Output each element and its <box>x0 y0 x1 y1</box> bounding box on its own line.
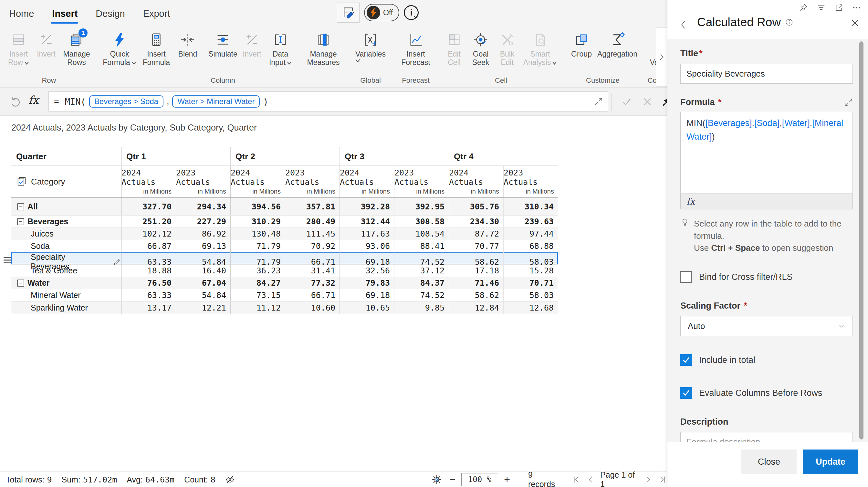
accept-formula-icon[interactable] <box>622 96 632 107</box>
bind-cross-filter-checkbox[interactable]: Bind for Cross filter/RLS <box>680 271 853 283</box>
value-cell[interactable]: 70.71 <box>504 277 558 289</box>
value-cell[interactable]: 58.03 <box>504 252 558 271</box>
value-cell[interactable]: 392.28 <box>340 198 395 215</box>
ai-toggle[interactable]: Off <box>364 4 399 21</box>
tab-design[interactable]: Design <box>95 6 125 21</box>
value-cell[interactable]: 11.12 <box>231 302 285 314</box>
measure-header[interactable]: 2024 Actualsin Millions <box>340 166 395 197</box>
value-cell[interactable]: 310.29 <box>231 216 285 227</box>
update-button[interactable]: Update <box>803 450 858 474</box>
value-cell[interactable]: 12.68 <box>504 302 558 314</box>
value-cell[interactable]: 67.04 <box>176 277 231 289</box>
include-in-total-checkbox[interactable]: Include in total <box>680 354 853 366</box>
value-cell[interactable]: 327.70 <box>121 198 176 215</box>
value-cell[interactable]: 70.77 <box>449 240 504 252</box>
table-row-sparkling-water[interactable]: Sparkling Water13.1712.2111.1210.6010.65… <box>11 302 558 314</box>
checkbox[interactable] <box>680 387 692 399</box>
value-cell[interactable]: 63.33 <box>121 289 176 301</box>
value-cell[interactable]: 58.62 <box>449 252 504 271</box>
formula-reference-chip[interactable]: Water > Mineral Water <box>172 95 260 108</box>
zoom-out-button[interactable]: − <box>450 475 456 485</box>
value-cell[interactable]: 93.06 <box>340 240 395 252</box>
value-cell[interactable]: 74.52 <box>395 252 449 271</box>
value-cell[interactable]: 66.71 <box>285 252 340 271</box>
formula-editor[interactable]: MIN([Beverages].[Soda],[Water].[Mineral … <box>680 112 853 193</box>
expand-icon[interactable] <box>844 98 853 106</box>
value-cell[interactable]: 13.17 <box>121 302 176 314</box>
value-cell[interactable]: 234.30 <box>449 216 504 227</box>
ribbon-button-insert-row[interactable]: Insert Row <box>3 30 34 67</box>
value-cell[interactable]: 58.62 <box>449 289 504 301</box>
quarter-header-qtr-4[interactable]: Qtr 4 <box>449 147 558 165</box>
next-page-icon[interactable] <box>645 475 653 484</box>
value-cell[interactable]: 12.21 <box>176 302 231 314</box>
info-icon[interactable] <box>785 19 793 26</box>
value-cell[interactable]: 77.32 <box>285 277 340 289</box>
value-cell[interactable]: 86.92 <box>176 228 231 240</box>
value-cell[interactable]: 76.50 <box>121 277 176 289</box>
collapse-icon[interactable] <box>17 203 24 210</box>
value-cell[interactable]: 79.83 <box>340 277 395 289</box>
value-cell[interactable]: 308.58 <box>395 216 449 227</box>
table-row-juices[interactable]: Juices102.1286.92130.48111.45117.63108.5… <box>11 228 558 240</box>
tab-export[interactable]: Export <box>143 6 171 21</box>
value-cell[interactable]: 58.03 <box>504 289 558 301</box>
table-row-soda[interactable]: Soda66.8769.1371.7970.9293.0688.4170.776… <box>11 240 558 252</box>
align-lines-icon[interactable] <box>817 3 826 12</box>
value-cell[interactable]: 117.63 <box>340 228 395 240</box>
value-cell[interactable]: 130.48 <box>231 228 285 240</box>
measure-header[interactable]: 2024 Actualsin Millions <box>231 166 285 197</box>
value-cell[interactable]: 310.34 <box>504 198 558 215</box>
value-cell[interactable]: 251.20 <box>121 216 176 227</box>
value-cell[interactable]: 84.27 <box>231 277 285 289</box>
table-row-beverages[interactable]: Beverages251.20227.29310.29280.49312.443… <box>11 216 558 228</box>
value-cell[interactable]: 294.34 <box>176 198 231 215</box>
gear-icon[interactable] <box>431 474 442 485</box>
measure-header[interactable]: 2024 Actualsin Millions <box>449 166 504 197</box>
ribbon-button-edit-cell[interactable]: Edit Cell <box>442 30 467 67</box>
cancel-formula-icon[interactable] <box>642 97 653 107</box>
checkbox[interactable] <box>680 354 692 366</box>
value-cell[interactable]: 227.29 <box>176 216 231 227</box>
value-cell[interactable]: 66.87 <box>121 240 176 252</box>
value-cell[interactable]: 69.13 <box>176 240 231 252</box>
collapse-icon[interactable] <box>17 279 24 287</box>
ribbon-button-manage-measures[interactable]: Manage Measures <box>302 30 345 67</box>
ribbon-button-goal-seek[interactable]: Goal Seek <box>467 30 495 67</box>
measure-header[interactable]: 2024 Actualsin Millions <box>121 166 176 197</box>
value-cell[interactable]: 68.88 <box>504 240 558 252</box>
value-cell[interactable]: 10.60 <box>285 302 340 314</box>
measure-header[interactable]: 2023 Actualsin Millions <box>504 166 558 197</box>
more-icon[interactable] <box>852 4 861 12</box>
close-icon[interactable] <box>850 18 860 28</box>
value-cell[interactable]: 111.45 <box>285 228 340 240</box>
value-cell[interactable]: 73.15 <box>231 289 285 301</box>
value-cell[interactable]: 280.49 <box>285 216 340 227</box>
value-cell[interactable]: 71.79 <box>231 240 285 252</box>
ribbon-button-insert-forecast[interactable]: Insert Forecast <box>396 30 435 67</box>
zoom-level-field[interactable]: 100 % <box>461 473 498 486</box>
value-cell[interactable]: 102.12 <box>121 228 176 240</box>
pin-icon[interactable] <box>799 3 808 12</box>
ribbon-button-invert[interactable]: Invert <box>240 30 264 59</box>
scaling-factor-select[interactable]: Auto <box>680 316 853 336</box>
checkbox[interactable] <box>680 271 692 283</box>
undo-icon[interactable] <box>10 96 22 108</box>
fx-toolbar[interactable]: fx <box>680 193 853 209</box>
value-cell[interactable]: 394.56 <box>231 198 285 215</box>
value-cell[interactable]: 108.54 <box>395 228 449 240</box>
table-row-all[interactable]: All327.70294.34394.56357.81392.28392.953… <box>11 198 558 216</box>
value-cell[interactable]: 87.72 <box>449 228 504 240</box>
expand-icon[interactable] <box>594 97 603 106</box>
value-cell[interactable]: 54.84 <box>176 289 231 301</box>
measure-header[interactable]: 2023 Actualsin Millions <box>176 166 231 197</box>
value-cell[interactable]: 74.52 <box>395 289 449 301</box>
measure-header[interactable]: 2023 Actualsin Millions <box>395 166 449 197</box>
ribbon-button-manage-rows[interactable]: 1Manage Rows <box>59 30 95 67</box>
ribbon-button-invert[interactable]: Invert <box>34 30 59 59</box>
value-cell[interactable]: 9.85 <box>395 302 449 314</box>
ribbon-expand-button[interactable] <box>656 28 667 87</box>
value-cell[interactable]: 239.63 <box>504 216 558 227</box>
ribbon-button-variables[interactable]: Variables <box>351 30 390 63</box>
table-row-mineral-water[interactable]: Mineral Water63.3354.8473.1566.7169.1874… <box>11 289 558 302</box>
